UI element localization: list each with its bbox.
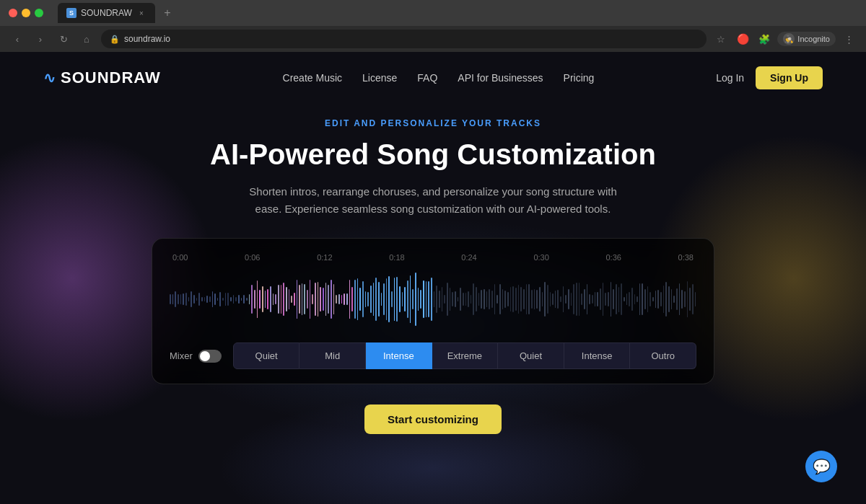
waveform-bar [663,286,665,313]
nav-link-create-music[interactable]: Create Music [283,72,342,84]
waveform-bar [618,287,620,312]
waveform-bar [695,292,696,306]
waveform-bar [563,286,564,312]
waveform-bar [568,289,569,309]
mixer-label: Mixer [170,350,222,363]
website: ∿ SOUNDRAW Create Music License FAQ API … [0,52,866,504]
waveform-bar [621,283,622,314]
new-tab-button[interactable]: + [158,4,177,22]
waveform-bar [407,280,408,319]
waveform-bar [652,297,654,301]
hero-subtitle: Shorten intros, rearrange choruses, and … [245,183,621,218]
waveform-bar [631,288,633,311]
waveform-bar [616,284,617,314]
maximize-window-button[interactable] [35,9,43,17]
close-window-button[interactable] [9,9,17,17]
waveform-bar [489,289,490,309]
title-bar: S SOUNDRAW × + [0,0,866,26]
waveform-bar [512,286,514,312]
waveform-bar [323,288,324,311]
waveform-bar [518,285,520,314]
mixer-toggle[interactable] [198,350,222,363]
waveform-display[interactable] [170,270,696,328]
nav-bar: ‹ › ↻ ⌂ 🔒 soundraw.io ☆ 🔴 🧩 🕵 Incognito … [0,26,866,52]
address-bar[interactable]: 🔒 soundraw.io [101,30,707,48]
waveform-bar [346,293,348,304]
back-button[interactable]: ‹ [9,30,26,48]
waveform-bar [499,284,501,314]
waveform-bar [354,280,356,319]
tab-bar: S SOUNDRAW × + [58,3,177,23]
login-button[interactable]: Log In [716,72,744,84]
segment-extreme[interactable]: Extreme [432,342,499,369]
waveform-bar [494,284,496,314]
more-options-button[interactable]: ⋮ [840,30,857,48]
time-mark-2: 0:12 [317,253,332,262]
waveform-bar [531,290,533,309]
waveform-bar [267,289,268,310]
time-mark-7: 0:38 [678,253,694,262]
chat-bubble-button[interactable]: 💬 [805,451,837,482]
tab-close-button[interactable]: × [136,8,146,18]
segment-intense-2[interactable]: Intense [564,342,631,369]
bookmark-button[interactable]: ☆ [712,30,730,48]
nav-link-api[interactable]: API for Businesses [458,72,543,84]
waveform-bar [333,284,335,315]
waveform-bar [515,288,517,311]
start-customizing-button[interactable]: Start customizing [364,404,502,434]
minimize-window-button[interactable] [22,9,30,17]
waveform-bar [219,292,221,307]
waveform-bar [442,287,443,311]
time-mark-5: 0:30 [533,253,548,262]
waveform-bar [571,293,572,306]
segment-outro[interactable]: Outro [630,342,696,369]
segment-quiet-1[interactable]: Quiet [233,342,300,369]
browser-chrome: S SOUNDRAW × + ‹ › ↻ ⌂ 🔒 soundraw.io ☆ 🔴… [0,0,866,52]
hero-title: AI-Powered Song Customization [29,137,837,172]
waveform-bar [386,278,388,320]
nav-link-pricing[interactable]: Pricing [564,72,595,84]
segment-quiet-2[interactable]: Quiet [498,342,564,369]
home-button[interactable]: ⌂ [78,30,95,48]
nav-link-faq[interactable]: FAQ [417,72,437,84]
waveform-bar [471,295,472,304]
incognito-label: Incognito [797,35,830,43]
waveform-bar [681,290,683,309]
waveform-bar [655,291,657,307]
waveform-bar [291,296,292,304]
waveform-bar [310,280,311,319]
waveform-bar [676,288,678,311]
waveform-bar [431,278,432,321]
player-container: 0:00 0:06 0:12 0:18 0:24 0:30 0:36 0:38 … [152,238,714,384]
signup-button[interactable]: Sign Up [756,66,823,89]
waveform-bar [193,295,195,304]
waveform-bar [576,283,577,315]
waveform-bar [341,295,343,303]
waveform-bar [315,283,316,316]
waveform-bar [378,282,380,317]
waveform-bar [613,289,614,309]
waveform-bar [286,287,287,312]
waveform-bar [526,284,528,314]
extensions-button[interactable]: 🧩 [756,30,773,48]
segment-intense-1[interactable]: Intense [366,342,432,369]
extension-button[interactable]: 🔴 [734,30,751,48]
waveform-bar [225,293,227,306]
waveform-bar [504,291,506,308]
segment-mid[interactable]: Mid [299,342,366,369]
time-mark-1: 0:06 [245,253,260,262]
nav-link-license[interactable]: License [362,72,397,84]
waveform-bar [536,290,538,309]
waveform-bar [325,283,327,315]
waveform-bar [233,295,235,304]
active-tab[interactable]: S SOUNDRAW × [58,3,155,23]
waveform-bar [510,287,512,312]
waveform-bar [450,288,451,311]
forward-button[interactable]: › [32,30,49,48]
refresh-button[interactable]: ↻ [55,30,72,48]
timeline: 0:00 0:06 0:12 0:18 0:24 0:30 0:36 0:38 [170,253,696,262]
logo-wave-icon: ∿ [43,69,56,87]
waveform-bar [639,283,641,316]
waveform-bar [557,290,559,309]
waveform-bar [605,293,606,306]
